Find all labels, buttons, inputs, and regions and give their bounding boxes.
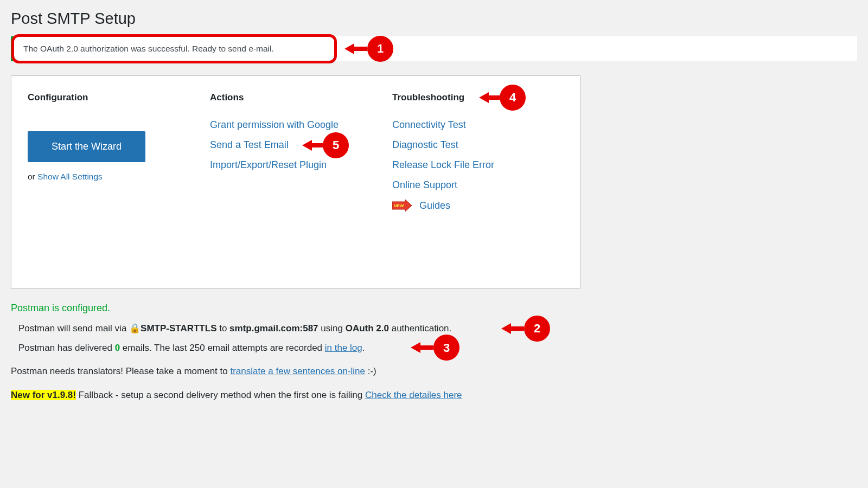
status2-post: . — [362, 343, 365, 353]
release-lock-link[interactable]: Release Lock File Error — [392, 159, 494, 170]
new-version-line: New for v1.9.8! Fallback - setup a secon… — [11, 388, 857, 402]
status1-protocol: SMTP-STARTTLS — [141, 323, 216, 333]
actions-column: Actions Grant permission with Google Sen… — [210, 92, 381, 223]
status-line-2: Postman has delivered 0 emails. The last… — [18, 341, 857, 355]
connectivity-test-link[interactable]: Connectivity Test — [392, 119, 466, 130]
configuration-title: Configuration — [28, 92, 199, 103]
page-title: Post SMTP Setup — [11, 10, 857, 28]
translators-post: :-) — [365, 366, 376, 376]
import-export-reset-link[interactable]: Import/Export/Reset Plugin — [210, 159, 327, 170]
status2-count: 0 — [115, 343, 120, 353]
show-all-settings-link[interactable]: Show All Settings — [37, 172, 103, 181]
status2-pre: Postman has delivered — [18, 343, 115, 353]
actions-title: Actions — [210, 92, 381, 103]
annotation-2: 2 — [501, 316, 550, 342]
status1-auth: OAuth 2.0 — [346, 323, 389, 333]
translators-pre: Postman needs translators! Please take a… — [11, 366, 230, 376]
annotation-5: 5 — [302, 132, 349, 158]
troubleshooting-title-text: Troubleshooting — [392, 92, 464, 102]
status1-pre: Postman will send mail via — [18, 323, 129, 333]
status1-host: smtp.gmail.com:587 — [229, 323, 318, 333]
status1-to: to — [216, 323, 229, 333]
troubleshooting-column: Troubleshooting 4 Connectivity Test Diag… — [392, 92, 564, 223]
start-wizard-button[interactable]: Start the Wizard — [28, 131, 145, 162]
translators-line: Postman needs translators! Please take a… — [11, 364, 857, 378]
status-section: Postman is configured. Postman will send… — [11, 303, 857, 355]
or-text: or — [28, 172, 37, 181]
status-line-1: Postman will send mail via 🔒SMTP-STARTTL… — [18, 322, 857, 336]
configuration-column: Configuration Start the Wizard or Show A… — [28, 92, 199, 223]
guides-link[interactable]: Guides — [419, 200, 450, 211]
main-card: Configuration Start the Wizard or Show A… — [11, 75, 580, 288]
lock-icon: 🔒 — [129, 323, 141, 333]
annotation-3: 3 — [411, 335, 459, 361]
grant-permission-link[interactable]: Grant permission with Google — [210, 119, 339, 130]
status2-mid: emails. The last 250 email attempts are … — [120, 343, 325, 353]
new-version-badge: New for v1.9.8! — [11, 390, 76, 400]
annotation-4: 4 — [479, 85, 526, 111]
new-badge-icon: NEW — [392, 200, 412, 211]
send-test-email-link[interactable]: Send a Test Email — [210, 139, 289, 150]
fallback-details-link[interactable]: Check the detailes here — [365, 390, 462, 400]
troubleshooting-title: Troubleshooting 4 — [392, 92, 564, 103]
translate-link[interactable]: translate a few sentences on-line — [230, 366, 365, 376]
online-support-link[interactable]: Online Support — [392, 179, 457, 190]
diagnostic-test-link[interactable]: Diagnostic Test — [392, 139, 458, 150]
or-show-all: or Show All Settings — [28, 172, 199, 182]
log-link[interactable]: in the log — [325, 343, 362, 353]
notice-text: The OAuth 2.0 authorization was successf… — [23, 44, 274, 53]
status1-using: using — [318, 323, 346, 333]
annotation-1: 1 — [344, 36, 393, 62]
fallback-text: Fallback - setup a second delivery metho… — [76, 390, 365, 400]
status-configured: Postman is configured. — [11, 303, 857, 314]
svg-text:NEW: NEW — [394, 203, 404, 208]
oauth-success-notice: The OAuth 2.0 authorization was successf… — [11, 36, 857, 61]
status1-post: authentication. — [389, 323, 451, 333]
